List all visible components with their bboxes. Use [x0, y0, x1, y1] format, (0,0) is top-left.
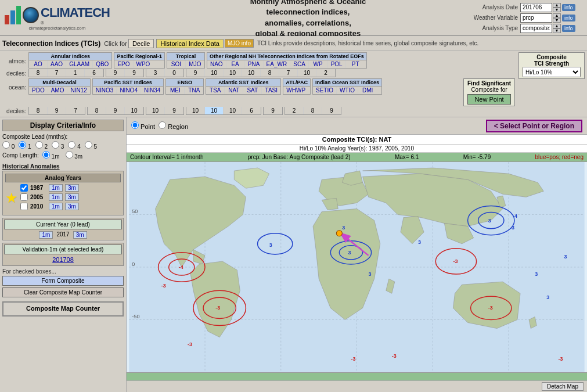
wtio-link[interactable]: WTIO	[337, 87, 358, 94]
svg-text:-3: -3	[453, 258, 458, 264]
sat-link[interactable]: SAT	[243, 87, 262, 94]
glaam-link[interactable]: GLAAM	[66, 60, 93, 68]
tci-strength-label: TCI Strength	[523, 60, 581, 67]
enso-header: ENSO	[166, 79, 203, 87]
nat-decile-checked: 10	[205, 107, 224, 114]
contour-interval-label: Contour Interval= 1 in/month	[130, 154, 203, 160]
lead-3-radio[interactable]	[52, 141, 59, 149]
qbo-decile: 6	[85, 69, 103, 77]
wp-link[interactable]: WP	[309, 60, 327, 68]
wpo-link[interactable]: WPO	[134, 60, 153, 68]
select-point-region-btn[interactable]: < Select Point or Region	[486, 120, 582, 132]
comp-length-3m-radio[interactable]	[66, 151, 73, 159]
region-radio-label: Region	[159, 121, 188, 130]
detach-map-btn[interactable]: Detach Map	[542, 382, 584, 391]
nino4-link[interactable]: NINO4	[117, 87, 141, 94]
lead-0-radio[interactable]	[2, 141, 10, 149]
decile-button[interactable]: Decile	[128, 39, 154, 48]
comp-length-1m-radio[interactable]	[42, 151, 50, 159]
nat-link[interactable]: NAT	[225, 87, 243, 94]
year-1987-3m-btn[interactable]: 3m	[65, 184, 79, 192]
year-1987-checkbox[interactable]	[20, 184, 28, 192]
comp-length-row: Comp Length: 1m 3m	[2, 151, 124, 160]
pt-decile: 2	[316, 69, 335, 77]
weather-variable-label: Weather Variable	[463, 15, 518, 21]
new-point-button[interactable]: New Point	[467, 94, 511, 105]
mjo-decile: 0	[165, 69, 183, 77]
amo-link[interactable]: AMO	[48, 87, 68, 94]
whwp-link[interactable]: WHWP	[283, 87, 308, 94]
year-2010-1m-btn[interactable]: 1m	[49, 203, 63, 210]
analysis-date-down[interactable]: ▼	[553, 8, 561, 12]
sca-link[interactable]: SCA	[290, 60, 309, 68]
current-year-1m-btn[interactable]: 1m	[39, 231, 53, 239]
analog-years-box: Analog Years ★ 1987 1m 3m 2	[2, 171, 124, 215]
weather-variable-input[interactable]	[520, 13, 552, 23]
lead-2-radio[interactable]	[35, 141, 43, 149]
current-year-3m-btn[interactable]: 3m	[73, 231, 87, 239]
wp-decile: 7	[279, 69, 298, 77]
tasi-link[interactable]: TASI	[262, 87, 280, 94]
soi-decile: 3	[146, 69, 165, 77]
setio-link[interactable]: SETIO	[313, 87, 337, 94]
analysis-type-input[interactable]	[520, 24, 552, 33]
ea-wr-link[interactable]: EA_WR	[264, 60, 291, 68]
weather-variable-up[interactable]: ▲	[553, 13, 561, 18]
lead-1-radio[interactable]	[19, 141, 26, 149]
validation-date-link[interactable]: 201708	[4, 256, 122, 263]
weather-variable-info-btn[interactable]: info	[562, 15, 575, 21]
lead-options-row[interactable]: 0 1 2 3 4 5	[2, 141, 124, 150]
year-2010-3m-btn[interactable]: 3m	[65, 203, 79, 210]
logo-area: CLIMATECH ® climatepredictanalytics.com	[0, 0, 157, 35]
region-radio[interactable]	[159, 121, 166, 129]
soi-link[interactable]: SOI	[167, 60, 186, 68]
epo-link[interactable]: EPO	[114, 60, 133, 68]
nin12-link[interactable]: NIN12	[67, 87, 89, 94]
pdo-link[interactable]: PDO	[29, 87, 48, 94]
qbo-link[interactable]: QBO	[93, 60, 111, 68]
tci-strength-select[interactable]: Hi/Lo 10% Hi/Lo 20% Hi/Lo 30%	[523, 67, 581, 77]
validation-btn[interactable]: Validation-1m (at selected lead)	[4, 244, 122, 254]
nino3-link[interactable]: NINO3	[93, 87, 117, 94]
analysis-type-down[interactable]: ▼	[553, 28, 561, 33]
current-year-btn[interactable]: Current Year (0 lead)	[4, 220, 122, 229]
pt-link[interactable]: PT	[346, 60, 365, 68]
indian-sst-header: Indian Ocean SST Indices	[313, 79, 381, 87]
lead-4-radio[interactable]	[68, 141, 75, 149]
mjo-info-button[interactable]: MJO info	[225, 39, 254, 48]
point-radio[interactable]	[131, 121, 139, 129]
analysis-date-up[interactable]: ▲	[553, 3, 561, 8]
nao-decile: 9	[186, 69, 205, 77]
pna-link[interactable]: PNA	[245, 60, 264, 68]
year-1987-1m-btn[interactable]: 1m	[49, 184, 63, 192]
mjo-link[interactable]: MJO	[186, 60, 204, 68]
lead-0-label: 0	[2, 141, 15, 150]
svg-text:3: 3	[418, 239, 421, 245]
weather-variable-down[interactable]: ▼	[553, 18, 561, 23]
tna-link[interactable]: TNA	[185, 87, 203, 94]
historical-index-data-button[interactable]: Historical Index Data	[156, 39, 224, 48]
pol-link[interactable]: POL	[327, 60, 346, 68]
clear-composite-counter-btn[interactable]: Clear Composite Map Counter	[2, 287, 124, 297]
ao-link[interactable]: AO	[29, 60, 48, 68]
form-composite-btn[interactable]: Form Composite	[2, 276, 124, 286]
year-2010-checkbox[interactable]	[20, 203, 28, 210]
map-canvas[interactable]: 50 0 -50	[127, 162, 587, 372]
aao-link[interactable]: AAO	[48, 60, 66, 68]
dmi-link[interactable]: DMI	[358, 87, 377, 94]
tsa-link[interactable]: TSA	[206, 87, 225, 94]
year-2005-1m-btn[interactable]: 1m	[49, 193, 63, 201]
map-display-area: Composite TCI(s): NAT Hi/Lo 10% Analog Y…	[127, 135, 587, 380]
ea-link[interactable]: EA	[226, 60, 245, 68]
tci-description: TCI Links provide descriptions, historic…	[257, 40, 585, 46]
nin34-link[interactable]: NIN34	[141, 87, 163, 94]
nao-link[interactable]: NAO	[207, 60, 226, 68]
mei-link[interactable]: MEI	[166, 87, 185, 94]
lead-5-radio[interactable]	[85, 141, 92, 149]
year-2005-3m-btn[interactable]: 3m	[65, 193, 79, 201]
analysis-date-info-btn[interactable]: info	[562, 4, 575, 11]
analysis-type-info-btn[interactable]: info	[562, 25, 575, 32]
year-2005-checkbox[interactable]	[20, 193, 28, 201]
analysis-date-input[interactable]	[520, 3, 552, 12]
analysis-type-up[interactable]: ▲	[553, 24, 561, 28]
